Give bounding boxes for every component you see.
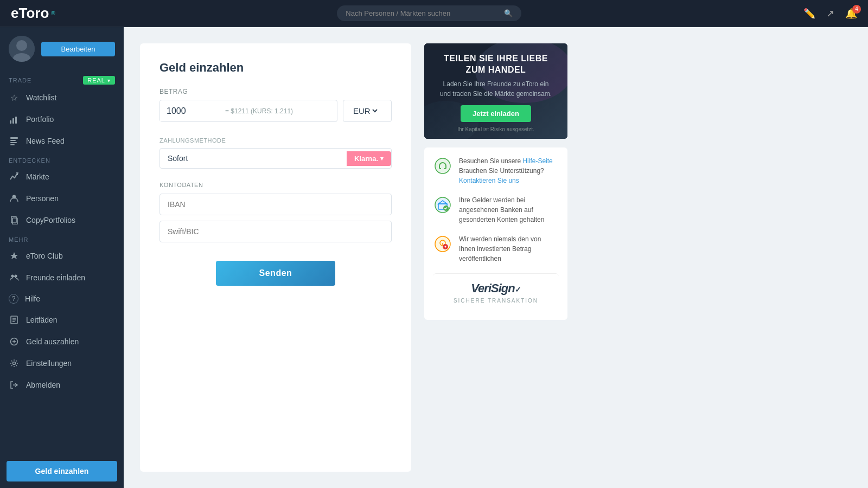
- edit-icon-btn[interactable]: ✏️: [803, 8, 815, 20]
- entdecken-section-label: ENTDECKEN: [0, 152, 124, 166]
- sidebar-item-portfolio[interactable]: Portfolio: [0, 108, 124, 130]
- topnav: eToro ® 🔍 ✏️ ↗ 🔔 4: [0, 0, 868, 27]
- sidebar-bottom: Geld einzahlen: [0, 454, 124, 488]
- payment-method-text: Sofort: [160, 149, 347, 168]
- avatar: [9, 36, 35, 62]
- sidebar-item-copyportfolios[interactable]: CopyPortfolios: [0, 209, 124, 231]
- trade-section-label: TRADE REAL: [0, 70, 124, 87]
- sidebar-item-abmelden[interactable]: Abmelden: [0, 374, 124, 396]
- main-content: Geld einzahlen Betrag = $1211 (KURS: 1.2…: [124, 27, 868, 488]
- maerkte-icon: [9, 171, 20, 182]
- share-icon-btn[interactable]: ↗: [826, 8, 834, 20]
- real-badge[interactable]: REAL: [83, 76, 115, 85]
- svg-rect-9: [10, 144, 15, 145]
- sidebar-item-label: Freunde einladen: [26, 273, 85, 282]
- sidebar-item-hilfe[interactable]: ? Hilfe: [0, 288, 124, 309]
- sidebar-item-watchlist[interactable]: ☆ Watchlist: [0, 87, 124, 108]
- notification-badge: 4: [852, 5, 861, 14]
- sidebar-item-personen[interactable]: Personen: [0, 188, 124, 209]
- zahlungsmethode-label: Zahlungsmethode: [159, 137, 392, 144]
- senden-button[interactable]: Senden: [216, 261, 335, 286]
- promo-subtitle: Laden Sie Ihre Freunde zu eToro ein und …: [440, 79, 552, 99]
- sidebar-item-label: Märkte: [26, 172, 49, 181]
- logo-registered: ®: [51, 10, 55, 16]
- sidebar-item-leitfaeden[interactable]: Leitfäden: [0, 309, 124, 331]
- amount-equiv: = $1211 (KURS: 1.211): [225, 107, 298, 115]
- sidebar-item-label: Hilfe: [25, 294, 40, 303]
- sidebar-item-label: News Feed: [26, 137, 65, 145]
- logo: eToro ®: [11, 5, 55, 22]
- svg-rect-5: [15, 117, 17, 124]
- search-icon: 🔍: [504, 9, 513, 17]
- sidebar-item-label: Einstellungen: [26, 359, 72, 368]
- privacy-text: Wir werden niemals den von Ihnen investi…: [459, 234, 559, 264]
- copyportfolios-icon: [9, 215, 20, 226]
- svg-point-1: [16, 40, 27, 51]
- sidebar-item-maerkte[interactable]: Märkte: [0, 166, 124, 188]
- verisign-logo: VeriSign✓: [441, 281, 551, 296]
- auszahlen-icon: [9, 336, 20, 347]
- invite-button[interactable]: Jetzt einladen: [461, 105, 531, 122]
- klarna-badge[interactable]: Klarna.: [347, 151, 391, 166]
- deposit-form-card: Geld einzahlen Betrag = $1211 (KURS: 1.2…: [140, 43, 411, 472]
- edit-profile-button[interactable]: Bearbeiten: [41, 42, 115, 56]
- personen-icon: [9, 193, 20, 204]
- sidebar-item-freunde[interactable]: Freunde einladen: [0, 267, 124, 288]
- notifications-btn[interactable]: 🔔 4: [845, 8, 857, 20]
- deposit-button[interactable]: Geld einzahlen: [7, 461, 117, 481]
- promo-content: TEILEN SIE IHRE LIEBE ZUM HANDEL Laden S…: [440, 53, 552, 132]
- svg-rect-3: [10, 120, 11, 124]
- search-box: 🔍: [337, 5, 521, 21]
- svg-point-27: [435, 197, 450, 213]
- verisign-sub: SICHERE TRANSAKTION: [441, 298, 551, 304]
- abmelden-icon: [9, 380, 20, 390]
- sidebar-item-label: Geld auszahlen: [26, 337, 79, 346]
- info-card: Besuchen Sie unsere Hilfe-Seite Brauchen…: [424, 147, 567, 320]
- amount-input-wrap: = $1211 (KURS: 1.211): [159, 100, 337, 122]
- freunde-icon: [9, 272, 20, 283]
- amount-input[interactable]: [160, 101, 225, 121]
- currency-select[interactable]: EUR USD GBP: [343, 100, 392, 122]
- svg-rect-4: [12, 118, 14, 124]
- svg-rect-6: [10, 137, 18, 139]
- hilfe-icon: ?: [9, 294, 18, 304]
- svg-rect-7: [10, 140, 16, 141]
- info-row-privacy: Wir werden niemals den von Ihnen investi…: [433, 234, 559, 264]
- einstellungen-icon: [9, 358, 20, 369]
- sidebar-item-newsfeed[interactable]: News Feed: [0, 130, 124, 152]
- search-input[interactable]: [346, 9, 500, 17]
- iban-input[interactable]: [159, 194, 392, 215]
- svg-rect-8: [10, 142, 17, 143]
- promo-disclaimer: Ihr Kapital ist Risiko ausgesetzt.: [440, 126, 552, 132]
- sidebar-item-label: Abmelden: [26, 381, 60, 389]
- topnav-icons: ✏️ ↗ 🔔 4: [803, 8, 857, 20]
- klarna-label: Klarna.: [354, 155, 378, 163]
- sidebar-item-etoroclub[interactable]: eToro Club: [0, 245, 124, 267]
- newsfeed-icon: [9, 136, 20, 146]
- search-container: 🔍: [337, 5, 521, 21]
- support-text: Besuchen Sie unsere Hilfe-Seite Brauchen…: [459, 156, 553, 185]
- sidebar-profile: Bearbeiten: [0, 27, 124, 70]
- right-panel: TEILEN SIE IHRE LIEBE ZUM HANDEL Laden S…: [424, 43, 567, 472]
- verisign-section: VeriSign✓ SICHERE TRANSAKTION: [433, 273, 559, 311]
- kontakt-link[interactable]: Kontaktieren Sie uns: [459, 177, 519, 184]
- etoroclub-icon: [9, 251, 20, 261]
- info-row-support: Besuchen Sie unsere Hilfe-Seite Brauchen…: [433, 156, 559, 185]
- privacy-icon: [433, 234, 452, 254]
- sidebar-item-label: Watchlist: [26, 93, 56, 102]
- sidebar-item-einstellungen[interactable]: Einstellungen: [0, 352, 124, 374]
- betrag-label: Betrag: [159, 88, 392, 95]
- svg-marker-15: [10, 252, 18, 259]
- hilfe-link[interactable]: Hilfe-Seite: [522, 157, 552, 165]
- sidebar-item-auszahlen[interactable]: Geld auszahlen: [0, 331, 124, 352]
- sidebar-item-label: eToro Club: [26, 252, 63, 260]
- payment-method-row: Sofort Klarna.: [159, 148, 392, 169]
- watchlist-icon: ☆: [9, 92, 20, 103]
- bank-icon: [433, 195, 452, 215]
- info-row-bank: Ihre Gelder werden bei angesehenen Banke…: [433, 195, 559, 224]
- sidebar-item-label: Leitfäden: [26, 316, 58, 324]
- svg-point-26: [435, 158, 450, 174]
- bic-input[interactable]: [159, 221, 392, 242]
- sidebar-item-label: CopyPortfolios: [26, 216, 75, 224]
- currency-dropdown[interactable]: EUR USD GBP: [351, 106, 379, 116]
